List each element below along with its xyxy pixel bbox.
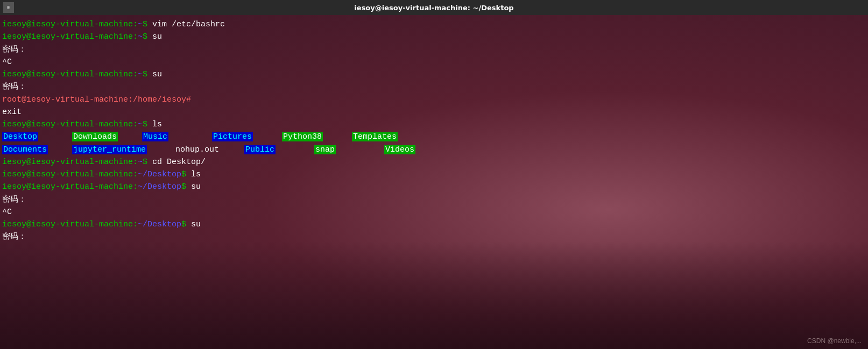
watermark: CSDN @newbie,... [807,337,862,345]
terminal-line: 密码： [2,44,866,56]
terminal-line: iesoy@iesoy-virtual-machine:~$ cd Deskto… [2,156,866,168]
terminal-line: exit [2,106,866,118]
ls-item-public: Public [244,144,314,156]
terminal-line: iesoy@iesoy-virtual-machine:~$ su [2,31,866,43]
ls-item-pictures: Pictures [212,131,282,143]
ls-item-desktop: Desktop [2,131,72,143]
terminal-line: ^C [2,206,866,218]
ls-item-templates: Templates [352,131,422,143]
terminal-body[interactable]: iesoy@iesoy-virtual-machine:~$ vim /etc/… [0,15,868,349]
ls-item-jupyter: jupyter_runtime [72,144,174,156]
terminal-line: iesoy@iesoy-virtual-machine:~/Desktop$ s… [2,181,866,193]
terminal-line: 密码： [2,81,866,93]
ls-item-documents: Documents [2,144,72,156]
terminal-window: ⊞ iesoy@iesoy-virtual-machine: ~/Desktop… [0,0,868,349]
terminal-line: iesoy@iesoy-virtual-machine:~/Desktop$ l… [2,168,866,181]
ls-item-downloads: Downloads [72,131,142,143]
terminal-icon: ⊞ [3,2,14,13]
title-bar: ⊞ iesoy@iesoy-virtual-machine: ~/Desktop [0,0,868,15]
ls-output-row2: Documents jupyter_runtime nohup.out Publ… [2,144,866,156]
terminal-line: ^C [2,56,866,68]
ls-item-python38: Python38 [282,131,352,143]
ls-item-nohup: nohup.out [174,144,244,156]
terminal-line: iesoy@iesoy-virtual-machine:~$ ls [2,118,866,131]
title-bar-text: iesoy@iesoy-virtual-machine: ~/Desktop [354,4,513,12]
terminal-line: iesoy@iesoy-virtual-machine:~$ vim /etc/… [2,18,866,31]
ls-item-videos: Videos [384,144,454,156]
terminal-line: 密码： [2,231,866,243]
terminal-line: 密码： [2,194,866,206]
ls-item-music: Music [142,131,212,143]
ls-output-row1: Desktop Downloads Music Pictures Python3… [2,131,866,143]
terminal-line: iesoy@iesoy-virtual-machine:~/Desktop$ s… [2,218,866,231]
ls-item-snap: snap [314,144,384,156]
terminal-line: root@iesoy-virtual-machine:/home/iesoy# [2,94,866,106]
terminal-line: iesoy@iesoy-virtual-machine:~$ su [2,68,866,81]
prompt-user: iesoy@iesoy-virtual-machine [2,18,133,31]
